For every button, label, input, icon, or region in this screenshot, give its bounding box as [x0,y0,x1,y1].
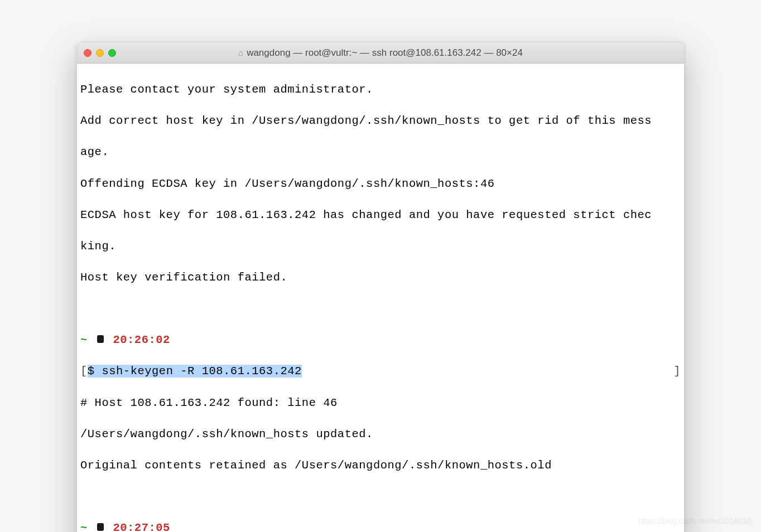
window-title-bar[interactable]: ⌂ wangdong — root@vultr:~ — ssh root@108… [77,42,684,64]
home-icon: ⌂ [238,48,243,57]
watch-icon [96,521,105,532]
terminal-window: ⌂ wangdong — root@vultr:~ — ssh root@108… [76,42,685,532]
terminal-line: Offending ECDSA key in /Users/wangdong/.… [80,176,681,192]
maximize-button[interactable] [108,49,116,57]
prompt-path: ~ [80,521,88,532]
traffic-lights [84,49,116,57]
command-text: ssh-keygen -R 108.61.163.242 [102,365,301,378]
close-button[interactable] [84,49,91,57]
watch-icon [96,333,105,345]
terminal-line: /Users/wangdong/.ssh/known_hosts updated… [80,427,681,442]
command-line: [$ ssh-keygen -R 108.61.163.242] [80,364,681,379]
terminal-line: age. [80,144,681,160]
watermark-text: https://blog.csdn.net/wd2014610 [638,516,751,525]
highlighted-command: $ ssh-keygen -R 108.61.163.242 [88,365,302,378]
terminal-line: ECDSA host key for 108.61.163.242 has ch… [80,207,681,223]
prompt-time: 20:27:05 [113,521,170,532]
terminal-blank-line [80,489,681,505]
terminal-line: Original contents retained as /Users/wan… [80,458,681,473]
terminal-content[interactable]: Please contact your system administrator… [77,64,684,532]
minimize-button[interactable] [96,49,104,57]
window-title-text: wangdong — root@vultr:~ — ssh root@108.6… [247,47,523,59]
prompt-time: 20:26:02 [113,333,170,346]
prompt-header: ~ 20:26:02 [80,332,681,348]
terminal-line: king. [80,239,681,254]
prompt-path: ~ [80,333,88,346]
prompt-header: ~ 20:27:05 [80,520,681,532]
terminal-line: Please contact your system administrator… [80,82,681,98]
terminal-line: Host key verification failed. [80,270,681,286]
terminal-line: Add correct host key in /Users/wangdong/… [80,113,681,129]
terminal-blank-line [80,301,681,317]
terminal-line: # Host 108.61.163.242 found: line 46 [80,395,681,411]
window-title: ⌂ wangdong — root@vultr:~ — ssh root@108… [77,47,684,59]
